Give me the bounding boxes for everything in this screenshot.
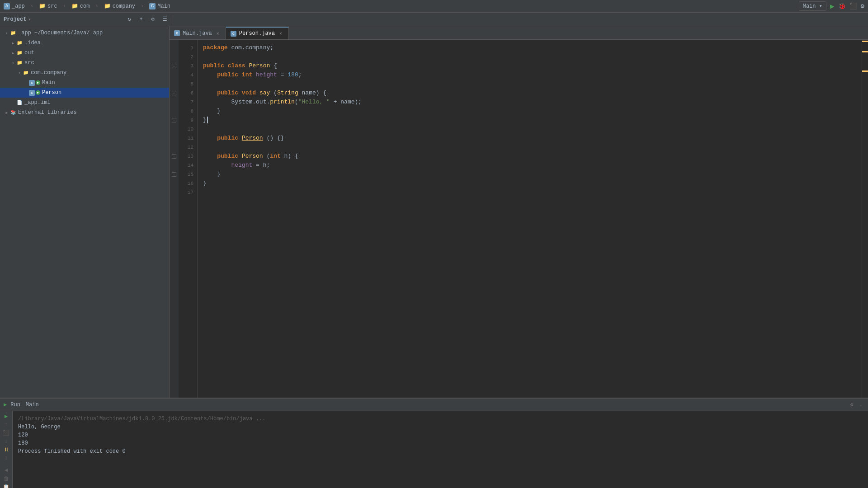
run-play-btn[interactable]: ▶ [2, 413, 11, 420]
tree-item-ext-libs[interactable]: ▶ 📚 External Libraries [0, 108, 169, 117]
fold-constructor-close[interactable]: – [172, 172, 176, 177]
fold-close1[interactable]: – [172, 118, 176, 122]
run-rerun-btn[interactable]: ↑ [2, 422, 11, 428]
tree-item-appiml[interactable]: ▶ 📄 _app.iml [0, 98, 169, 108]
run-stop-btn[interactable]: ⬛ [2, 430, 11, 436]
gutter-2 [170, 52, 179, 61]
linenum-9: 9 [179, 116, 197, 125]
tree-arrow-ext-libs: ▶ [4, 109, 10, 116]
toolbar-gear-icon[interactable]: ⚙ [148, 15, 157, 24]
code-line-13: public Person (int h) { [203, 152, 862, 161]
tree-arrow-app: ▾ [4, 30, 10, 36]
run-button[interactable]: ▶ [830, 2, 835, 11]
project-dropdown[interactable]: Project [4, 16, 26, 23]
sep3: › [95, 3, 98, 9]
sep2: › [63, 3, 66, 9]
debug-button[interactable]: 🐞 [838, 2, 846, 10]
fold-constructor[interactable]: – [172, 154, 176, 159]
tab-person-java[interactable]: C Person.java ✕ [226, 27, 289, 39]
linenum-5: 5 [179, 80, 197, 89]
stop-button[interactable]: ⬛ [849, 2, 857, 10]
project-tree: ▾ 📁 _app ~/Documents/Java/_app ▶ 📁 .idea… [0, 26, 169, 398]
code-line-11: public Person () {} [203, 134, 862, 143]
editor-right-strip [862, 40, 868, 398]
line-numbers: 1 2 3 4 5 6 7 8 9 10 11 12 13 14 15 16 1… [179, 40, 198, 398]
code-line-8: } [203, 107, 862, 116]
gutter-5 [170, 80, 179, 89]
code-line-12 [203, 143, 862, 152]
code-line-4: public int height = 180; [203, 70, 862, 80]
run-copy-btn[interactable]: 📋 [2, 484, 11, 488]
run-panel: ▶ Run Main ⚙ – ▶ ↑ ⬛ ↓ ⏸ ↕ ◀ 🗑 📋 ≡ /Libr… [0, 398, 868, 488]
run-scroll-btn[interactable]: ↕ [2, 455, 11, 461]
run-output: /Library/Java/JavaVirtualMachines/jdk1.8… [13, 411, 868, 488]
main-layout: ▾ 📁 _app ~/Documents/Java/_app ▶ 📁 .idea… [0, 26, 868, 398]
tree-item-out[interactable]: ▶ 📁 out [0, 48, 169, 58]
run-back-btn[interactable]: ◀ [2, 467, 11, 474]
tab-main-close[interactable]: ✕ [215, 30, 221, 37]
linenum-3: 3 [179, 61, 197, 70]
code-line-9: } [203, 116, 862, 125]
gutter-16 [170, 179, 179, 188]
tree-arrow-out: ▶ [10, 50, 16, 56]
folder-icon-out: 📁 [16, 50, 23, 56]
person-run-badge: ▶ [36, 90, 40, 95]
run-config-name: Main [26, 402, 39, 408]
folder-icon-src: 📁 [16, 60, 23, 66]
title-com: 📁 com [71, 3, 90, 9]
tab-person-close[interactable]: ✕ [278, 30, 284, 37]
tree-item-src[interactable]: ▾ 📁 src [0, 58, 169, 68]
gutter-15: – [170, 170, 179, 179]
run-settings-icon[interactable]: ⚙ [848, 401, 855, 408]
run-step-btn[interactable]: ↓ [2, 438, 11, 445]
linenum-14: 14 [179, 161, 197, 170]
gutter-14 [170, 161, 179, 170]
code-content[interactable]: package com.company; public class Person… [198, 40, 862, 398]
gutter-13: – [170, 152, 179, 161]
run-tab-label[interactable]: Run [10, 402, 20, 408]
code-line-16: } [203, 179, 862, 188]
linenum-10: 10 [179, 125, 197, 134]
gutter-8 [170, 107, 179, 116]
code-line-5 [203, 80, 862, 89]
fold-class[interactable]: – [172, 64, 176, 68]
linenum-1: 1 [179, 43, 197, 52]
folder-icon-com: 📁 [71, 3, 78, 9]
tree-item-app[interactable]: ▾ 📁 _app ~/Documents/Java/_app [0, 28, 169, 38]
gutter-6: – [170, 89, 179, 98]
toolbar-sync-icon[interactable]: ↻ [125, 15, 134, 24]
toolbar-layout-icon[interactable]: ☰ [160, 15, 169, 24]
toolbar-add-icon[interactable]: + [137, 15, 146, 24]
run-pause-btn[interactable]: ⏸ [2, 446, 11, 453]
fold-say[interactable]: – [172, 91, 176, 95]
main-class-file-icon: C [29, 80, 35, 86]
run-minimize-icon[interactable]: – [857, 401, 864, 408]
tree-item-idea[interactable]: ▶ 📁 .idea [0, 38, 169, 48]
linenum-8: 8 [179, 107, 197, 116]
code-line-7: System.out.println("Hello, " + name); [203, 98, 862, 107]
code-line-2 [203, 52, 862, 61]
linenum-6: 6 [179, 89, 197, 98]
title-bar: A _app › 📁 src › 📁 com › 📁 company › C M… [0, 0, 868, 13]
code-editor[interactable]: – – – – – [170, 40, 868, 398]
project-dropdown-arrow[interactable]: ▾ [28, 17, 31, 22]
gutter-17 [170, 188, 179, 197]
run-config-label[interactable]: Main ▾ [799, 1, 826, 11]
main-class-icon: C [149, 3, 156, 9]
more-button[interactable]: ⚙ [861, 2, 864, 10]
gutter-3: – [170, 61, 179, 70]
tree-item-com-company[interactable]: ▾ 📁 com.company [0, 68, 169, 78]
run-clear-btn[interactable]: 🗑 [2, 475, 11, 482]
gutter-1 [170, 43, 179, 52]
tree-arrow-src: ▾ [10, 60, 16, 66]
sep4: › [141, 3, 144, 9]
code-line-3: public class Person { [203, 61, 862, 70]
tab-main-java[interactable]: C Main.java ✕ [170, 27, 226, 39]
tree-item-person[interactable]: ▶ C ▶ Person [0, 88, 169, 98]
right-mark-1 [862, 41, 868, 42]
tree-item-main[interactable]: ▶ C ▶ Main [0, 78, 169, 88]
tabs-bar: C Main.java ✕ C Person.java ✕ [170, 26, 868, 40]
right-mark-3 [862, 70, 868, 72]
code-line-1: package com.company; [203, 43, 862, 52]
run-panel-header: ▶ Run Main ⚙ – [0, 399, 868, 411]
